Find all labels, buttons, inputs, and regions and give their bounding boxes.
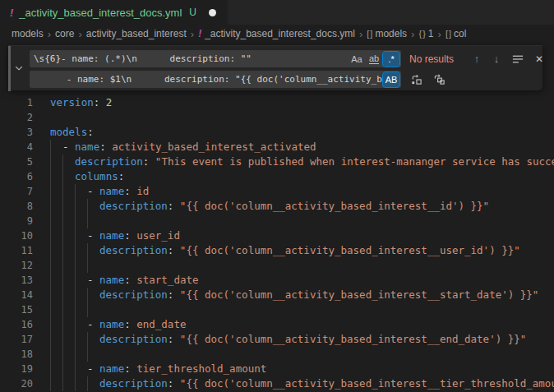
code-line[interactable]: 14description: "{{ doc('column__activity… — [0, 288, 554, 302]
indent-guides — [50, 199, 99, 214]
breadcrumb-separator-icon: › — [411, 28, 414, 40]
indent-guides — [50, 169, 75, 184]
breadcrumb-item[interactable]: models — [12, 28, 44, 39]
line-number: 5 — [0, 154, 33, 169]
indent-guides — [50, 214, 99, 228]
arrow-down-icon: ↓ — [494, 53, 500, 65]
breadcrumb-separator-icon: › — [48, 28, 51, 40]
indent-guides — [50, 184, 87, 199]
code-line[interactable]: 7- name: id — [0, 184, 554, 199]
code-line[interactable]: 19- name: tier_threshold_amount — [0, 362, 554, 376]
line-number: 4 — [0, 140, 33, 154]
line-number: 6 — [0, 169, 33, 184]
line-number: 16 — [0, 317, 33, 332]
selection-icon — [512, 53, 524, 65]
indent-guides — [50, 332, 99, 347]
breadcrumb-label: 1 — [428, 28, 434, 39]
next-match-button[interactable]: ↓ — [488, 51, 505, 67]
symbol-icon: { } — [418, 29, 424, 39]
toggle-replace-button[interactable] — [12, 62, 25, 75]
indent-guides — [50, 258, 99, 273]
line-number: 9 — [0, 214, 33, 228]
code-line[interactable]: 8description: "{{ doc('column__activity_… — [0, 199, 554, 214]
breadcrumb-separator-icon: › — [438, 28, 441, 40]
symbol-icon: [ ] — [367, 29, 372, 39]
tab-bar: ! _activity_based_interest_docs.yml U — [0, 0, 554, 25]
code-line[interactable]: 4- name: activity_based_interest_activat… — [0, 140, 554, 154]
breadcrumb-item[interactable]: !_activity_based_interest_docs.yml — [198, 28, 355, 39]
breadcrumb-label: core — [55, 28, 74, 39]
code-line[interactable]: 20description: "{{ doc('column__activity… — [0, 376, 554, 391]
replace-icon — [410, 73, 422, 85]
find-input-value: \s{6}- name: (.*)\n description: "" — [34, 53, 348, 64]
breadcrumb-item[interactable]: core — [55, 28, 74, 39]
find-input[interactable]: \s{6}- name: (.*)\n description: "" Aa a… — [30, 50, 401, 67]
code-line[interactable]: 1version: 2 — [0, 95, 554, 110]
code-line[interactable]: 9 — [0, 214, 554, 228]
code-line[interactable]: 12 — [0, 258, 554, 273]
replace-input[interactable]: - name: $1\n description: "{{ doc('colum… — [30, 71, 401, 88]
regex-button[interactable]: .* — [383, 52, 399, 67]
symbol-icon: [ ] — [446, 29, 450, 39]
code-line[interactable]: 17description: "{{ doc('column__activity… — [0, 332, 554, 347]
modified-indicator-dot[interactable] — [209, 9, 216, 16]
match-case-button[interactable]: Aa — [349, 52, 365, 67]
breadcrumb-label: models — [12, 28, 44, 39]
code-line[interactable]: 6columns: — [0, 169, 554, 184]
vscode-window: ! _activity_based_interest_docs.yml U mo… — [0, 0, 554, 392]
line-number: 1 — [0, 95, 33, 110]
breadcrumb-item[interactable]: [ ]col — [446, 28, 467, 39]
breadcrumb-separator-icon: › — [191, 28, 194, 40]
breadcrumb-item[interactable]: { }1 — [418, 28, 433, 39]
whole-word-label: ab — [369, 54, 379, 64]
code-line[interactable]: 13- name: start_date — [0, 273, 554, 288]
line-number: 15 — [0, 302, 33, 317]
code-line[interactable]: 3models: — [0, 125, 554, 140]
find-results-count: No results — [409, 53, 469, 65]
line-number: 14 — [0, 288, 33, 302]
line-number: 2 — [0, 110, 33, 125]
tab-filename: _activity_based_interest_docs.yml — [19, 7, 182, 19]
breadcrumb-item[interactable]: [ ]models — [367, 28, 407, 39]
whole-word-button[interactable]: ab — [366, 52, 382, 67]
replace-all-button[interactable] — [431, 71, 447, 88]
breadcrumb-label: col — [454, 28, 466, 39]
code-line[interactable]: 18 — [0, 347, 554, 362]
previous-match-button[interactable]: ↑ — [469, 51, 485, 67]
code-line[interactable]: 2 — [0, 110, 554, 125]
tab-activity-docs[interactable]: ! _activity_based_interest_docs.yml U — [0, 0, 228, 25]
code-line[interactable]: 16- name: end_date — [0, 317, 554, 332]
line-number: 17 — [0, 332, 33, 347]
breadcrumb-label: activity_based_interest — [86, 28, 187, 39]
replace-button[interactable] — [408, 71, 424, 88]
code-line[interactable]: 11description: "{{ doc('column__activity… — [0, 243, 554, 258]
git-status-badge: U — [189, 7, 196, 18]
indent-guides — [50, 302, 99, 317]
breadcrumb-label: _activity_based_interest_docs.yml — [205, 28, 355, 39]
code-line[interactable]: 5description: "This event is published w… — [0, 154, 554, 169]
indent-guides — [50, 347, 99, 362]
code-line[interactable]: 10- name: user_id — [0, 228, 554, 243]
breadcrumb-label: models — [375, 28, 407, 39]
replace-input-value: - name: $1\n description: "{{ doc('colum… — [34, 74, 382, 85]
indent-guides — [50, 362, 87, 376]
line-number: 10 — [0, 228, 33, 243]
chevron-down-icon — [14, 63, 24, 73]
code-line[interactable]: 15 — [0, 302, 554, 317]
replace-all-icon — [433, 73, 446, 85]
close-button[interactable]: ✕ — [531, 51, 547, 67]
indent-guides — [50, 228, 87, 243]
line-number: 8 — [0, 199, 33, 214]
preserve-case-button[interactable]: AB — [383, 72, 399, 87]
find-in-selection-button[interactable] — [510, 51, 526, 67]
indent-guides — [50, 376, 99, 391]
line-number: 13 — [0, 273, 33, 288]
editor[interactable]: 1version: 223models:4- name: activity_ba… — [0, 43, 554, 392]
indent-guides — [50, 317, 87, 332]
indent-guides — [50, 154, 75, 169]
breadcrumb: models›core›activity_based_interest›!_ac… — [0, 25, 554, 43]
indent-guides — [50, 288, 99, 302]
line-number: 3 — [0, 125, 33, 140]
breadcrumb-item[interactable]: activity_based_interest — [86, 28, 187, 39]
line-number: 20 — [0, 376, 33, 391]
